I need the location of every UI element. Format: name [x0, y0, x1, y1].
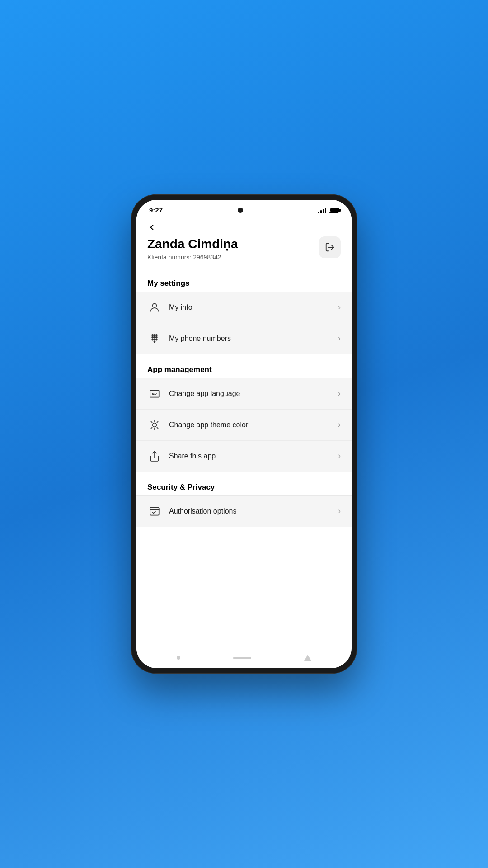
section-gap-1 [136, 268, 352, 272]
section-title-app-management: App management [136, 358, 352, 378]
svg-point-9 [154, 339, 155, 340]
bottom-nav [136, 649, 352, 668]
svg-point-5 [152, 336, 153, 338]
chevron-my-info: › [338, 302, 341, 312]
user-name: Zanda Cimdiņa [147, 236, 238, 252]
svg-point-14 [153, 423, 157, 427]
page-header: Zanda Cimdiņa Klienta numurs: 29698342 [136, 217, 352, 268]
language-icon: A/Z [147, 387, 162, 401]
share-icon [147, 449, 162, 463]
chevron-my-phone: › [338, 334, 341, 343]
chevron-auth: › [338, 506, 341, 516]
svg-point-6 [154, 336, 155, 338]
status-bar: 9:27 [136, 200, 352, 217]
camera-dot [238, 208, 243, 213]
section-gap-3 [136, 472, 352, 476]
chevron-theme: › [338, 420, 341, 429]
svg-line-22 [157, 421, 158, 422]
nav-dot-1 [177, 656, 180, 660]
authorisation-label: Authorisation options [169, 507, 338, 515]
nav-home-indicator[interactable] [233, 657, 251, 659]
nav-back-indicator[interactable] [304, 655, 311, 661]
change-language-label: Change app language [169, 390, 338, 398]
menu-item-change-theme[interactable]: Change app theme color › [136, 410, 352, 441]
status-right-icons [318, 207, 339, 213]
share-app-label: Share this app [169, 452, 338, 460]
svg-line-21 [151, 427, 152, 428]
auth-icon [147, 504, 162, 519]
section-title-security: Security & Privacy [136, 476, 352, 495]
svg-point-4 [156, 334, 157, 335]
theme-icon [147, 418, 162, 432]
status-time: 9:27 [149, 206, 163, 214]
chevron-share: › [338, 451, 341, 461]
section-title-my-settings: My settings [136, 272, 352, 292]
phone-screen: 9:27 [136, 200, 352, 668]
battery-icon [329, 208, 339, 213]
svg-rect-24 [150, 507, 159, 515]
chevron-language: › [338, 389, 341, 398]
svg-point-2 [152, 334, 153, 335]
svg-point-7 [156, 336, 157, 338]
svg-point-1 [153, 303, 157, 307]
my-info-label: My info [169, 303, 338, 311]
logout-button[interactable] [319, 236, 341, 258]
menu-item-my-phone-numbers[interactable]: My phone numbers › [136, 323, 352, 354]
menu-item-change-language[interactable]: A/Z Change app language › [136, 378, 352, 410]
svg-line-19 [151, 421, 152, 422]
section-gap-2 [136, 354, 352, 358]
svg-line-20 [157, 427, 158, 428]
svg-text:A/Z: A/Z [152, 392, 158, 396]
client-number: Klienta numurs: 29698342 [147, 254, 238, 261]
back-button[interactable] [147, 223, 161, 232]
my-phone-numbers-label: My phone numbers [169, 335, 338, 343]
svg-point-3 [154, 334, 155, 335]
header-left: Zanda Cimdiņa Klienta numurs: 29698342 [147, 223, 238, 261]
phone-device: 9:27 [131, 194, 357, 674]
svg-point-10 [156, 339, 157, 340]
person-icon [147, 300, 162, 315]
dialpad-icon [147, 331, 162, 346]
menu-item-my-info[interactable]: My info › [136, 292, 352, 323]
screen-content: Zanda Cimdiņa Klienta numurs: 29698342 M… [136, 217, 352, 649]
svg-point-11 [154, 341, 155, 342]
menu-item-authorisation[interactable]: Authorisation options › [136, 496, 352, 527]
change-theme-label: Change app theme color [169, 421, 338, 429]
logout-icon [325, 242, 335, 252]
svg-point-8 [152, 339, 153, 340]
menu-item-share-app[interactable]: Share this app › [136, 441, 352, 472]
signal-icon [318, 207, 326, 213]
